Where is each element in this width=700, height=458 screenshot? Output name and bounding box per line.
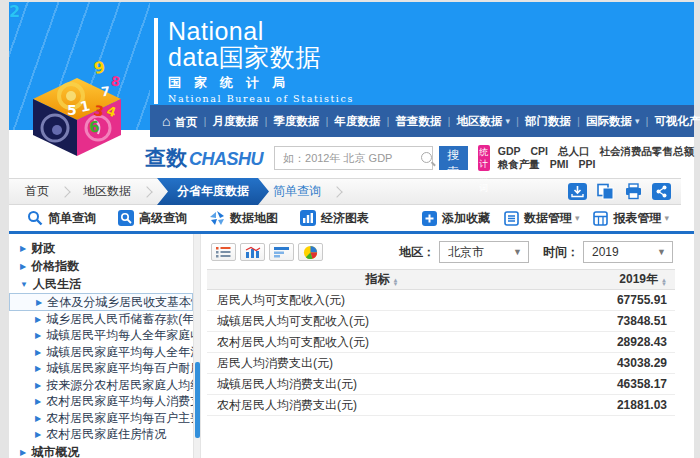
download-icon[interactable] [568, 183, 587, 200]
sidebar-tree-item[interactable]: 城镇居民家庭平均每百户耐用消费品拥有 [9, 361, 193, 378]
sidebar-tree-item[interactable]: 农村居民家庭平均每人消费支出 [9, 394, 193, 411]
sidebar-tree-item-label: 城市概况 [31, 444, 79, 458]
report-manage-menu[interactable]: 报表管理 ▾ [593, 210, 669, 227]
data-manage-menu[interactable]: 数据管理 ▾ [504, 210, 580, 227]
bar-chart-view-button[interactable] [240, 243, 265, 261]
sidebar-tree-item[interactable]: 农村居民家庭平均每百户主要耐用消费品 [9, 410, 193, 427]
sidebar-scrollbar[interactable] [193, 234, 200, 458]
sidebar-tree-item[interactable]: 全体及分城乡居民收支基本情况(新口径) [9, 293, 193, 311]
table-row[interactable]: 居民人均消费支出(元) 43038.29 [207, 353, 675, 374]
table-row[interactable]: 居民人均可支配收入(元) 67755.91 [207, 290, 675, 311]
indicator-cell: 城镇居民人均可支配收入(元) [207, 313, 557, 330]
table-row[interactable]: 农村居民人均消费支出(元) 21881.03 [207, 395, 675, 416]
hot-word-link[interactable]: PPI [578, 158, 595, 171]
nav-item[interactable]: 可视化产品 [640, 114, 700, 129]
breadcrumb-item[interactable]: 简单查询 [273, 183, 355, 200]
data-map-icon [209, 210, 225, 226]
sidebar-tree-item[interactable]: 城镇居民平均每人全年家庭收入来源 [9, 328, 193, 345]
nav-item[interactable]: 部门数据 [510, 114, 571, 129]
breadcrumb-item-label: 简单查询 [273, 183, 321, 200]
hot-word-link[interactable]: CPI [530, 145, 548, 158]
hot-word-link[interactable]: 粮食产量 [498, 158, 540, 171]
table-row[interactable]: 农村居民人均可支配收入(元) 28928.43 [207, 332, 675, 353]
sidebar-tree-item-label: 城镇居民平均每人全年家庭收入来源 [46, 328, 193, 345]
nav-item[interactable]: 季度数据 [258, 114, 319, 129]
chashu-logo-cn-1: 查 [145, 144, 166, 172]
cube-number-digit: 5 [67, 102, 77, 118]
brand-line-english-1: National [168, 18, 354, 44]
sidebar-tree-item-label: 财政 [31, 240, 55, 257]
sidebar-tree-item[interactable]: 价格指数 [9, 257, 193, 275]
nav-item[interactable]: 年度数据 [319, 114, 380, 129]
breadcrumb-item[interactable]: 分省年度数据 [157, 178, 269, 205]
indicator-cell: 居民人均消费支出(元) [207, 355, 557, 372]
indicator-sort-icon[interactable]: ▲▼ [393, 278, 399, 286]
year-sort-icon[interactable]: ▲▼ [661, 278, 667, 286]
data-panel: 地区： 北京市 ▼ 时间： 2019 ▼ 指标▲▼ 2019年▲▼ [200, 234, 681, 458]
hot-words-line2: 粮食产量PMIPPI [498, 158, 694, 171]
chashu-logo: 查 数 CHASHU [145, 144, 263, 172]
indicator-column-header[interactable]: 指标▲▼ [207, 271, 557, 288]
content-area: 财政 价格指数 人民生活 全体及分城乡居民收支基本情况(新口径) 城乡居民人民币… [9, 234, 681, 458]
indicator-tree-sidebar: 财政 价格指数 人民生活 全体及分城乡居民收支基本情况(新口径) 城乡居民人民币… [9, 234, 193, 458]
nav-item[interactable]: 月度数据 [197, 114, 258, 129]
breadcrumb-item[interactable]: 首页 [25, 183, 83, 200]
hbar-chart-view-button[interactable] [269, 243, 294, 261]
list-view-button[interactable] [211, 243, 236, 261]
sidebar-tree-item[interactable]: 财政 [9, 239, 193, 257]
indicator-cell: 农村居民人均可支配收入(元) [207, 334, 557, 351]
advanced-query-tab[interactable]: 高级查询 [118, 210, 187, 227]
time-select[interactable]: 2019 ▼ [583, 241, 673, 263]
simple-query-magnifier-icon [27, 210, 43, 226]
nav-item-label: 普查数据 [395, 114, 441, 129]
region-label: 地区： [399, 244, 435, 261]
hot-word-link[interactable]: PMI [550, 158, 569, 171]
time-label: 时间： [543, 244, 579, 261]
site-logo[interactable]: 9 8 7 5 1 3 4 6 2 [9, 2, 150, 130]
year-column-header[interactable]: 2019年▲▼ [557, 271, 675, 288]
advanced-query-magnifier-icon [118, 210, 134, 226]
hot-word-link[interactable]: GDP [498, 145, 521, 158]
sidebar-tree-item[interactable]: 农村居民家庭住房情况 [9, 427, 193, 444]
sidebar-tree-item[interactable]: 人民生活 [9, 275, 193, 293]
search-button[interactable]: 搜索 [439, 146, 468, 170]
main-navigation: 首页 月度数据 季度数据 年度数据 普查数据 地区数据 部门数据 [150, 105, 694, 137]
econ-chart-icon [300, 210, 316, 226]
breadcrumb: 首页 地区数据 分省年度数据 简单查询 [9, 178, 681, 205]
pie-chart-view-button[interactable] [298, 243, 323, 261]
share-icon[interactable] [652, 183, 671, 200]
hot-word-link[interactable]: 社会消费品零售总额 [600, 145, 695, 158]
data-manage-caret-icon: ▾ [575, 213, 580, 223]
sidebar-tree-item-label: 全体及分城乡居民收支基本情况(新口径) [47, 294, 193, 311]
sidebar-tree-item[interactable]: 城乡居民人民币储蓄存款(年底余额) [9, 311, 193, 328]
sidebar-tree-item-label: 城镇居民家庭平均每人全年消费性支出 [46, 344, 193, 361]
breadcrumb-item[interactable]: 地区数据 [83, 183, 165, 200]
region-select[interactable]: 北京市 ▼ [439, 241, 529, 263]
nav-item-label: 季度数据 [273, 114, 319, 129]
nav-item[interactable]: 首页 [162, 113, 197, 130]
econ-chart-tab[interactable]: 经济图表 [300, 210, 369, 227]
sidebar-scrollbar-thumb[interactable] [195, 362, 200, 438]
sidebar-tree-item[interactable]: 城市概况 [9, 443, 193, 458]
table-row[interactable]: 城镇居民人均消费支出(元) 46358.17 [207, 374, 675, 395]
search-input[interactable] [281, 148, 419, 168]
simple-query-tab[interactable]: 简单查询 [27, 210, 96, 227]
sidebar-tree-item[interactable]: 城镇居民家庭平均每人全年消费性支出 [9, 344, 193, 361]
print-icon[interactable] [624, 183, 643, 200]
hot-word-link[interactable]: 总人口 [558, 145, 590, 158]
sidebar-tree-item-label: 农村居民家庭平均每人消费支出 [46, 394, 193, 411]
nav-item[interactable]: 国际数据 [571, 114, 640, 129]
brand-line-english-2: data国家数据 [168, 44, 354, 71]
sidebar-tree-item-label: 农村居民家庭住房情况 [46, 427, 166, 444]
table-row[interactable]: 城镇居民人均可支配收入(元) 73848.51 [207, 311, 675, 332]
nav-item[interactable]: 普查数据 [380, 114, 441, 129]
data-map-tab[interactable]: 数据地图 [209, 210, 278, 227]
sidebar-tree-item[interactable]: 按来源分农村居民家庭人均纯收入 [9, 377, 193, 394]
copy-icon[interactable] [596, 183, 615, 200]
time-select-caret-icon: ▼ [657, 247, 666, 257]
chashu-logo-cn-2: 数 [166, 144, 187, 172]
nav-item[interactable]: 地区数据 [441, 114, 510, 129]
add-favorite-button[interactable]: 添加收藏 [422, 210, 490, 227]
report-manage-caret-icon: ▾ [664, 213, 669, 223]
nav-item-label: 可视化产品 [655, 114, 700, 129]
